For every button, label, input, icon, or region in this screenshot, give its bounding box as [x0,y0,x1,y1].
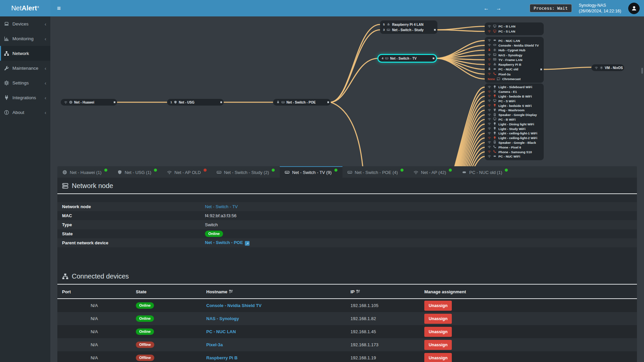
status-dot-green [449,169,452,172]
wrench-icon [4,66,9,71]
hostname-link-pixel-3a[interactable]: Pixel-3a [206,342,223,347]
tree-leaf-raspberry-pi-b[interactable]: Raspberry Pi B [488,62,541,67]
tree-leaf-pc-nuc-lan[interactable]: PC - NUC LAN [488,38,541,43]
tv-icon [493,58,496,61]
tree-leaf-light-ceiling-light-2-wifi[interactable]: Light - ceiling-light-2 WiFi [488,136,541,140]
wifi-icon [488,94,491,98]
nav-back-icon[interactable]: ← [484,5,489,11]
bulb-icon [493,104,496,107]
tab-net-huawei-1[interactable]: Net - Huawei (1) [57,166,112,178]
sidebar-item-devices[interactable]: Devices ‹ [0,16,50,31]
wifi-icon [488,58,491,61]
phone-icon [493,72,496,75]
app-logo[interactable]: NetAlertx [0,0,50,16]
tree-leaf-phone-samsung-s10[interactable]: Phone - Samsung S10 [488,149,541,154]
sidebar-item-monitoring[interactable]: Monitoring ‹ [0,31,50,46]
column-header-ip[interactable]: IP [346,285,420,299]
wifi-icon [167,170,172,175]
state-badge: Online [136,328,154,335]
device-row-pixel-3a: N/A Offline Pixel-3a 192.168.1.173 Unass… [57,338,637,351]
unassign-button[interactable]: Unassign [424,327,452,337]
tree-node-raspberry-pi-4-lan[interactable]: 5 Raspberry Pi 4 LAN [383,22,434,27]
tree-node-net-huawei[interactable]: Net - Huawei [61,99,117,106]
phone-icon [493,145,496,148]
tab-net-switch-tv-9[interactable]: Net - Switch - TV (9) [280,166,342,178]
tree-node-net-switch-study[interactable]: 3 Net - Switch - Study [383,27,434,33]
tree-leaf-camera-e1[interactable]: Camera - E1 [488,89,541,94]
wifi-icon [488,24,491,28]
tab-net-usg-1[interactable]: Net - USG (1) [112,166,162,178]
wifi-icon [488,85,491,88]
tree-leaf-speaker-google-black[interactable]: Speaker - Google - Black [488,140,541,145]
sidebar-item-integrations[interactable]: Integrations ‹ [0,90,50,105]
tree-leaf-light-bedside-b-wifi[interactable]: Light - bedside B WiFi [488,94,541,99]
hub-icon [600,66,603,69]
tree-leaf-pc-s-lan[interactable]: PC - S LAN [488,29,541,34]
tree-leaf-pc-b-wifi[interactable]: PC - B WiFi [488,117,541,122]
column-header-hostname[interactable]: Hostname [202,285,346,299]
unassign-button[interactable]: Unassign [424,353,452,362]
tree-leaf-tv-frame-lan[interactable]: TV - Frame LAN [488,57,541,62]
tab-net-ap-old[interactable]: Net - AP OLD [162,166,212,178]
plug-icon [493,108,496,112]
tree-leaf-pixel-3a[interactable]: Pixel-3a [488,72,541,76]
console-icon [493,43,496,47]
sidebar-item-maintenance[interactable]: Maintenance ‹ [0,61,50,75]
hostname-link-raspberry-pi-b[interactable]: Raspberry Pi B [206,355,237,360]
account-info[interactable]: Synology-NAS (26/06/2024, 14:22:16) [579,3,622,14]
hostname-link-console-nvidia-shield-tv[interactable]: Console - Nvidia Shield TV [206,303,262,308]
sidebar-item-settings[interactable]: Settings ‹ [0,75,50,90]
wifi-icon [488,131,491,135]
process-status-badge: Process: Wait [530,4,572,12]
tree-leaf-chromecast[interactable]: None Chromecast [488,76,541,81]
tree-leaf-pc-b-lan[interactable]: PC - B LAN [488,24,541,29]
tree-leaf-light-sideboard-wifi[interactable]: Light - Sideboard WiFi [488,85,541,89]
node-link-net-switch-tv[interactable]: Net - Switch - TV [205,204,238,209]
tab-net-switch-study-2[interactable]: Net - Switch - Study (2) [212,166,280,178]
hostname-link-pc-nuc-lan[interactable]: PC - NUC LAN [206,329,236,334]
nav-forward-icon[interactable]: → [496,5,501,11]
tree-leaf-plug-washroom[interactable]: Plug - Washroom [488,108,541,113]
unassign-button[interactable]: Unassign [424,301,452,311]
tree-leaf-console-nvidia-shield-tv[interactable]: Console - Nvidia Shield TV [488,43,541,48]
state-badge: Online [136,302,154,309]
status-dot-green [334,169,337,172]
tree-leaf-pc-nuc-wifi[interactable]: PC - NUC WiFi [488,154,541,159]
state-cell: Online [131,325,202,338]
tree-node-net-switch-tv[interactable]: 4 Net - Switch - TV [378,55,436,62]
hostname-link-nas-synology[interactable]: NAS - Synology [206,316,239,321]
tab-pc-nuc-old-1[interactable]: PC - NUC old (1) [457,166,513,178]
unassign-button[interactable]: Unassign [424,314,452,324]
wifi-icon [488,99,491,102]
tree-leaf-light-dining-light-wifi[interactable]: Light - Dining light WiFi [488,122,541,126]
tree-leaf-light-ceiling-light-1-wifi[interactable]: Light - ceiling-light-1 WiFi [488,131,541,136]
external-link-icon[interactable]: ↗ [245,241,250,246]
detail-row-mac: MACf4:92:bf:a3:f3:56 [57,211,637,220]
tree-node-net-switch-poe[interactable]: Net - Switch - POE [273,99,331,106]
tree-leaf-light-study-wifi[interactable]: Light - Study WiFi [488,126,541,131]
pc-icon [493,117,496,121]
unassign-button[interactable]: Unassign [424,340,452,350]
tab-net-switch-poe-4[interactable]: Net - Switch - POE (4) [342,166,409,178]
tree-leaf-phone-pixel-6[interactable]: Phone - Pixel 6 [488,145,541,149]
tree-leaf-light-bedside-s-wifi[interactable]: Light - bedside S WiFi [488,103,541,108]
wifi-icon [488,63,491,66]
sidebar-toggle-button[interactable]: ≡ [50,5,67,12]
tree-leaf-speaker-google-display[interactable]: Speaker - Google Display [488,113,541,117]
logo-text: Net [11,4,21,12]
tree-node-vm-nixos[interactable]: VM - NixOS [591,64,624,71]
tree-node-net-usg[interactable]: 1 Net - USG [167,99,224,106]
sidebar-item-network[interactable]: Network [0,46,50,61]
phone-icon [493,150,496,153]
parent-node-link[interactable]: Net - Switch - POE [205,240,243,245]
scrollbar-thumb[interactable] [641,68,643,74]
tree-leaf-pc-s-wifi[interactable]: PC - S WiFi [488,99,541,103]
avatar[interactable] [628,3,640,14]
tree-leaf-nas-synology[interactable]: NAS - Synology [488,53,541,57]
tree-leaf-hub-cygnet-hub[interactable]: Hub - Cygnet Hub [488,48,541,53]
camera-icon [493,90,496,93]
sidebar-item-about[interactable]: About ‹ [0,105,50,120]
pc-icon [493,99,496,102]
tab-net-ap-42[interactable]: Net - AP (42) [409,166,457,178]
tree-leaf-pc-nuc-old[interactable]: PC - NUC old [488,67,541,72]
